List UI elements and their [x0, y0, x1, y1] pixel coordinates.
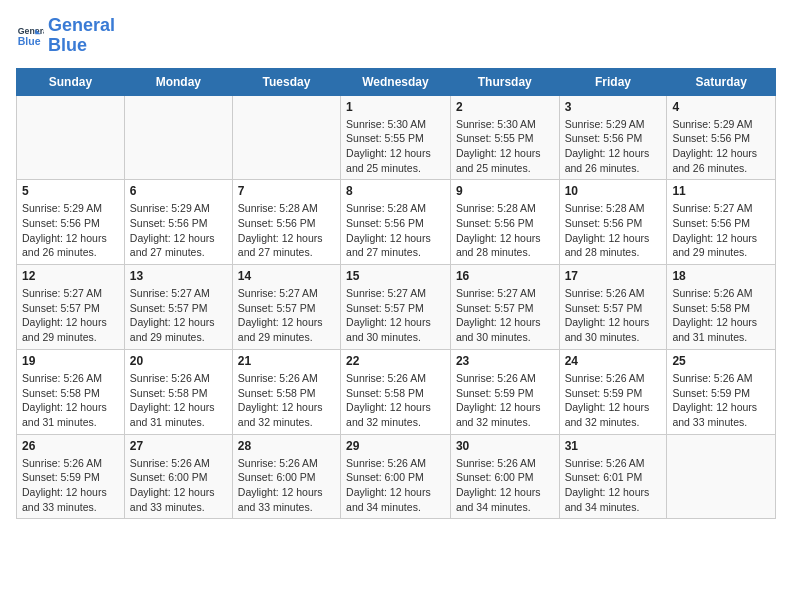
day-info: Sunrise: 5:30 AM Sunset: 5:55 PM Dayligh…: [456, 117, 554, 176]
calendar-cell: 10Sunrise: 5:28 AM Sunset: 5:56 PM Dayli…: [559, 180, 667, 265]
calendar-cell: 4Sunrise: 5:29 AM Sunset: 5:56 PM Daylig…: [667, 95, 776, 180]
calendar-cell: [667, 434, 776, 519]
day-info: Sunrise: 5:26 AM Sunset: 6:00 PM Dayligh…: [346, 456, 445, 515]
day-number: 3: [565, 100, 662, 114]
day-info: Sunrise: 5:27 AM Sunset: 5:56 PM Dayligh…: [672, 201, 770, 260]
calendar-week-2: 5Sunrise: 5:29 AM Sunset: 5:56 PM Daylig…: [17, 180, 776, 265]
calendar-cell: 7Sunrise: 5:28 AM Sunset: 5:56 PM Daylig…: [232, 180, 340, 265]
day-number: 23: [456, 354, 554, 368]
calendar-cell: 12Sunrise: 5:27 AM Sunset: 5:57 PM Dayli…: [17, 265, 125, 350]
calendar-cell: [232, 95, 340, 180]
day-info: Sunrise: 5:26 AM Sunset: 6:01 PM Dayligh…: [565, 456, 662, 515]
day-header-thursday: Thursday: [450, 68, 559, 95]
day-info: Sunrise: 5:26 AM Sunset: 5:57 PM Dayligh…: [565, 286, 662, 345]
day-number: 20: [130, 354, 227, 368]
day-info: Sunrise: 5:26 AM Sunset: 5:58 PM Dayligh…: [238, 371, 335, 430]
day-info: Sunrise: 5:27 AM Sunset: 5:57 PM Dayligh…: [22, 286, 119, 345]
calendar-cell: 9Sunrise: 5:28 AM Sunset: 5:56 PM Daylig…: [450, 180, 559, 265]
day-info: Sunrise: 5:29 AM Sunset: 5:56 PM Dayligh…: [565, 117, 662, 176]
calendar-cell: 19Sunrise: 5:26 AM Sunset: 5:58 PM Dayli…: [17, 349, 125, 434]
calendar-cell: 8Sunrise: 5:28 AM Sunset: 5:56 PM Daylig…: [341, 180, 451, 265]
day-number: 19: [22, 354, 119, 368]
calendar-cell: 20Sunrise: 5:26 AM Sunset: 5:58 PM Dayli…: [124, 349, 232, 434]
calendar-table: SundayMondayTuesdayWednesdayThursdayFrid…: [16, 68, 776, 520]
calendar-cell: 1Sunrise: 5:30 AM Sunset: 5:55 PM Daylig…: [341, 95, 451, 180]
calendar-week-3: 12Sunrise: 5:27 AM Sunset: 5:57 PM Dayli…: [17, 265, 776, 350]
day-header-saturday: Saturday: [667, 68, 776, 95]
calendar-header: SundayMondayTuesdayWednesdayThursdayFrid…: [17, 68, 776, 95]
calendar-cell: [124, 95, 232, 180]
day-number: 21: [238, 354, 335, 368]
day-info: Sunrise: 5:26 AM Sunset: 6:00 PM Dayligh…: [130, 456, 227, 515]
day-number: 15: [346, 269, 445, 283]
day-number: 11: [672, 184, 770, 198]
calendar-cell: 11Sunrise: 5:27 AM Sunset: 5:56 PM Dayli…: [667, 180, 776, 265]
day-number: 16: [456, 269, 554, 283]
day-info: Sunrise: 5:29 AM Sunset: 5:56 PM Dayligh…: [130, 201, 227, 260]
day-number: 10: [565, 184, 662, 198]
logo: General Blue GeneralBlue: [16, 16, 115, 56]
day-info: Sunrise: 5:29 AM Sunset: 5:56 PM Dayligh…: [22, 201, 119, 260]
day-number: 18: [672, 269, 770, 283]
day-number: 5: [22, 184, 119, 198]
day-number: 29: [346, 439, 445, 453]
calendar-week-5: 26Sunrise: 5:26 AM Sunset: 5:59 PM Dayli…: [17, 434, 776, 519]
day-info: Sunrise: 5:26 AM Sunset: 5:58 PM Dayligh…: [22, 371, 119, 430]
calendar-week-4: 19Sunrise: 5:26 AM Sunset: 5:58 PM Dayli…: [17, 349, 776, 434]
calendar-cell: [17, 95, 125, 180]
day-header-monday: Monday: [124, 68, 232, 95]
day-info: Sunrise: 5:27 AM Sunset: 5:57 PM Dayligh…: [346, 286, 445, 345]
day-number: 9: [456, 184, 554, 198]
calendar-cell: 13Sunrise: 5:27 AM Sunset: 5:57 PM Dayli…: [124, 265, 232, 350]
day-number: 22: [346, 354, 445, 368]
calendar-cell: 3Sunrise: 5:29 AM Sunset: 5:56 PM Daylig…: [559, 95, 667, 180]
calendar-cell: 24Sunrise: 5:26 AM Sunset: 5:59 PM Dayli…: [559, 349, 667, 434]
day-info: Sunrise: 5:26 AM Sunset: 5:59 PM Dayligh…: [456, 371, 554, 430]
day-number: 6: [130, 184, 227, 198]
day-info: Sunrise: 5:26 AM Sunset: 5:58 PM Dayligh…: [346, 371, 445, 430]
day-header-sunday: Sunday: [17, 68, 125, 95]
day-info: Sunrise: 5:26 AM Sunset: 6:00 PM Dayligh…: [456, 456, 554, 515]
day-number: 14: [238, 269, 335, 283]
calendar-cell: 14Sunrise: 5:27 AM Sunset: 5:57 PM Dayli…: [232, 265, 340, 350]
calendar-cell: 16Sunrise: 5:27 AM Sunset: 5:57 PM Dayli…: [450, 265, 559, 350]
day-info: Sunrise: 5:30 AM Sunset: 5:55 PM Dayligh…: [346, 117, 445, 176]
day-number: 31: [565, 439, 662, 453]
day-number: 26: [22, 439, 119, 453]
logo-text: GeneralBlue: [48, 16, 115, 56]
day-number: 1: [346, 100, 445, 114]
calendar-cell: 27Sunrise: 5:26 AM Sunset: 6:00 PM Dayli…: [124, 434, 232, 519]
calendar-body: 1Sunrise: 5:30 AM Sunset: 5:55 PM Daylig…: [17, 95, 776, 519]
calendar-cell: 30Sunrise: 5:26 AM Sunset: 6:00 PM Dayli…: [450, 434, 559, 519]
day-number: 25: [672, 354, 770, 368]
calendar-cell: 15Sunrise: 5:27 AM Sunset: 5:57 PM Dayli…: [341, 265, 451, 350]
day-info: Sunrise: 5:27 AM Sunset: 5:57 PM Dayligh…: [130, 286, 227, 345]
calendar-cell: 23Sunrise: 5:26 AM Sunset: 5:59 PM Dayli…: [450, 349, 559, 434]
calendar-cell: 31Sunrise: 5:26 AM Sunset: 6:01 PM Dayli…: [559, 434, 667, 519]
day-number: 12: [22, 269, 119, 283]
calendar-cell: 22Sunrise: 5:26 AM Sunset: 5:58 PM Dayli…: [341, 349, 451, 434]
calendar-cell: 26Sunrise: 5:26 AM Sunset: 5:59 PM Dayli…: [17, 434, 125, 519]
day-number: 4: [672, 100, 770, 114]
calendar-cell: 18Sunrise: 5:26 AM Sunset: 5:58 PM Dayli…: [667, 265, 776, 350]
day-number: 2: [456, 100, 554, 114]
day-number: 27: [130, 439, 227, 453]
day-info: Sunrise: 5:27 AM Sunset: 5:57 PM Dayligh…: [456, 286, 554, 345]
day-info: Sunrise: 5:28 AM Sunset: 5:56 PM Dayligh…: [565, 201, 662, 260]
calendar-cell: 6Sunrise: 5:29 AM Sunset: 5:56 PM Daylig…: [124, 180, 232, 265]
day-info: Sunrise: 5:26 AM Sunset: 6:00 PM Dayligh…: [238, 456, 335, 515]
calendar-cell: 5Sunrise: 5:29 AM Sunset: 5:56 PM Daylig…: [17, 180, 125, 265]
calendar-cell: 17Sunrise: 5:26 AM Sunset: 5:57 PM Dayli…: [559, 265, 667, 350]
day-info: Sunrise: 5:26 AM Sunset: 5:59 PM Dayligh…: [22, 456, 119, 515]
day-info: Sunrise: 5:29 AM Sunset: 5:56 PM Dayligh…: [672, 117, 770, 176]
day-number: 13: [130, 269, 227, 283]
day-number: 24: [565, 354, 662, 368]
calendar-cell: 25Sunrise: 5:26 AM Sunset: 5:59 PM Dayli…: [667, 349, 776, 434]
page-header: General Blue GeneralBlue: [16, 16, 776, 56]
day-number: 28: [238, 439, 335, 453]
day-info: Sunrise: 5:28 AM Sunset: 5:56 PM Dayligh…: [456, 201, 554, 260]
day-info: Sunrise: 5:26 AM Sunset: 5:59 PM Dayligh…: [565, 371, 662, 430]
day-info: Sunrise: 5:26 AM Sunset: 5:58 PM Dayligh…: [672, 286, 770, 345]
day-info: Sunrise: 5:28 AM Sunset: 5:56 PM Dayligh…: [346, 201, 445, 260]
day-number: 30: [456, 439, 554, 453]
